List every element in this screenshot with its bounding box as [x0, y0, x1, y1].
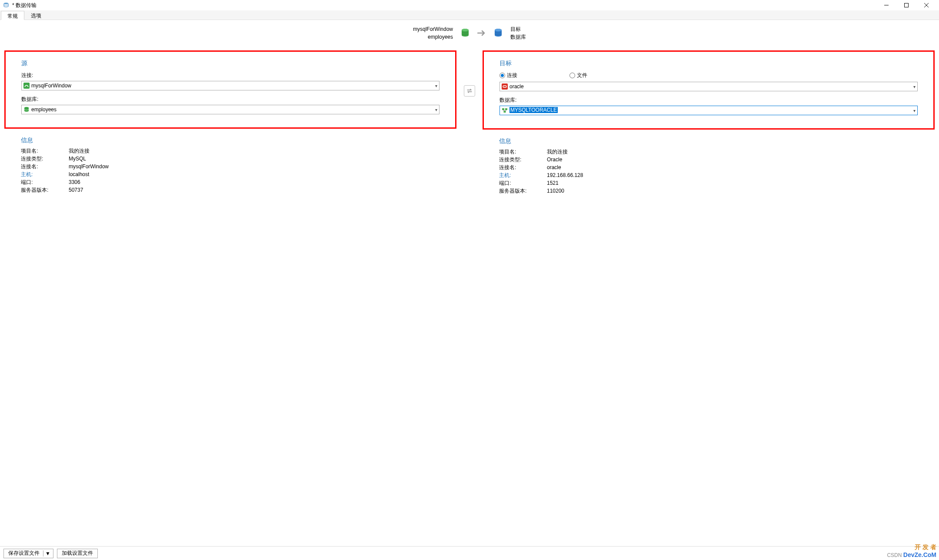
info-value: 192.168.66.128	[547, 171, 583, 179]
oracle-icon	[502, 83, 508, 90]
header-source-db: employees	[413, 33, 453, 41]
radio-file[interactable]: 文件	[569, 72, 587, 79]
maximize-button[interactable]	[896, 0, 916, 10]
source-conn-value: mysqlForWindow	[31, 83, 433, 89]
svg-rect-14	[505, 108, 507, 110]
load-profile-button[interactable]: 加载设置文件	[57, 549, 98, 558]
info-label: 服务器版本:	[21, 186, 69, 194]
info-value: oracle	[547, 163, 561, 171]
info-value: 1521	[547, 179, 559, 187]
svg-point-0	[4, 3, 8, 4]
target-title: 目标	[499, 60, 918, 67]
window-title: * 数据传输	[12, 2, 37, 9]
target-conn-combo[interactable]: oracle ▾	[499, 82, 918, 91]
target-db-label: 数据库:	[499, 97, 918, 104]
info-label: 主机:	[499, 171, 547, 179]
target-info: 信息 项目名:我的连接 连接类型:Oracle 连接名:oracle 主机:19…	[482, 136, 936, 195]
transfer-header: mysqlForWindow employees 目标 数据库	[0, 20, 939, 46]
button-label: 加载设置文件	[62, 550, 93, 557]
chevron-down-icon: ▾	[913, 84, 916, 89]
source-conn-label: 连接:	[21, 72, 440, 79]
tab-general[interactable]: 常规	[1, 11, 24, 20]
info-label: 连接类型:	[499, 156, 547, 163]
info-label: 端口:	[499, 179, 547, 187]
info-value: 我的连接	[547, 148, 568, 156]
radio-off-icon	[569, 73, 575, 78]
header-target-db-label: 数据库	[510, 33, 526, 41]
info-label: 端口:	[21, 178, 69, 186]
radio-label: 连接	[507, 72, 517, 79]
svg-rect-11	[502, 83, 508, 90]
svg-rect-2	[905, 3, 909, 7]
close-button[interactable]	[916, 0, 936, 10]
target-db-combo[interactable]: MYSQLTOORACLE ▾	[499, 106, 918, 115]
database-icon	[23, 107, 30, 113]
info-value: localhost	[69, 170, 89, 178]
svg-point-6	[462, 29, 469, 31]
info-label: 项目名:	[499, 148, 547, 156]
info-title: 信息	[499, 137, 918, 145]
app-icon	[3, 2, 10, 9]
save-profile-button[interactable]: 保存设置文件 ▼	[3, 549, 53, 558]
info-label: 连接名:	[499, 163, 547, 171]
info-title: 信息	[21, 137, 440, 144]
radio-on-icon	[499, 73, 505, 78]
source-panel: 源 连接: mysqlForWindow ▾ 数据库: employees ▾	[4, 50, 456, 129]
target-conn-value: oracle	[509, 83, 912, 90]
watermark: 开 发 者 CSDN DevZe.CoM	[887, 543, 936, 558]
tab-bar: 常规 选项	[0, 10, 939, 20]
info-value: Oracle	[547, 156, 562, 163]
info-value: MySQL	[69, 155, 86, 163]
info-label: 主机:	[21, 170, 69, 178]
info-value: 3306	[69, 178, 80, 186]
header-source-conn: mysqlForWindow	[413, 25, 453, 33]
database-icon	[461, 28, 470, 38]
info-value: mysqlForWindow	[69, 163, 109, 170]
info-label: 项目名:	[21, 147, 69, 155]
svg-point-8	[495, 29, 502, 31]
source-db-label: 数据库:	[21, 96, 440, 103]
header-target-label: 目标	[510, 25, 526, 33]
svg-rect-13	[502, 108, 504, 110]
source-title: 源	[21, 60, 440, 67]
source-db-value: employees	[31, 107, 433, 113]
info-value: 50737	[69, 186, 83, 194]
minimize-button[interactable]	[876, 0, 896, 10]
footer-bar: 保存设置文件 ▼ 加载设置文件	[0, 546, 939, 560]
chevron-down-icon: ▾	[435, 107, 437, 112]
target-db-value: MYSQLTOORACLE	[509, 107, 558, 113]
info-value: 110200	[547, 187, 564, 195]
radio-connection[interactable]: 连接	[499, 72, 517, 79]
info-label: 服务器版本:	[499, 187, 547, 195]
mysql-icon	[23, 83, 30, 89]
button-label: 保存设置文件	[8, 550, 40, 557]
source-db-combo[interactable]: employees ▾	[21, 105, 440, 114]
swap-button[interactable]	[464, 85, 475, 97]
database-icon	[494, 28, 503, 38]
target-panel: 目标 连接 文件 oracle ▾ 数据库: MYSQLTOORACLE ▾	[483, 50, 935, 130]
title-bar: * 数据传输	[0, 0, 939, 10]
source-info: 信息 项目名:我的连接 连接类型:MySQL 连接名:mysqlForWindo…	[3, 135, 457, 194]
tab-options[interactable]: 选项	[24, 10, 48, 20]
radio-label: 文件	[577, 72, 587, 79]
source-conn-combo[interactable]: mysqlForWindow ▾	[21, 81, 440, 90]
arrow-right-icon	[477, 30, 486, 36]
header-source-text: mysqlForWindow employees	[413, 25, 453, 41]
info-value: 我的连接	[69, 147, 90, 155]
chevron-down-icon: ▾	[435, 83, 437, 88]
info-label: 连接类型:	[21, 155, 69, 163]
schema-icon	[502, 107, 508, 113]
svg-rect-15	[504, 111, 506, 113]
header-target-text: 目标 数据库	[510, 25, 526, 41]
dropdown-arrow-icon[interactable]: ▼	[43, 550, 52, 557]
info-label: 连接名:	[21, 163, 69, 170]
chevron-down-icon: ▾	[913, 108, 916, 113]
